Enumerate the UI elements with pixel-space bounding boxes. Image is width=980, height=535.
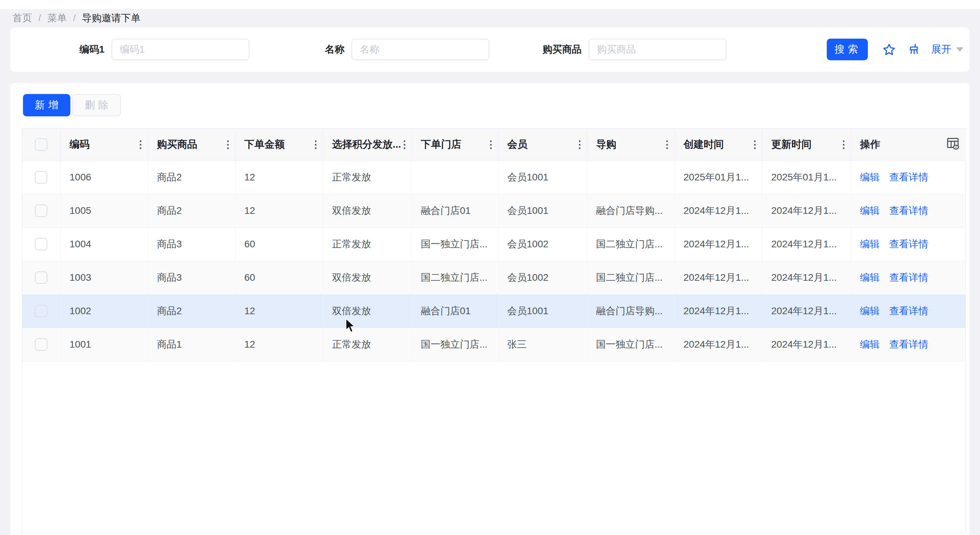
cell-guide: 融合门店导购... [587, 194, 674, 228]
cell-updated: 2025年01月1... [762, 161, 851, 194]
column-label-guide: 导购 [596, 139, 616, 150]
view-detail-link[interactable]: 查看详情 [889, 239, 929, 249]
column-header-product: 购买商品 [148, 129, 235, 161]
column-menu-icon[interactable] [315, 144, 317, 146]
view-detail-link[interactable]: 查看详情 [889, 172, 929, 183]
cell-amount: 12 [235, 161, 323, 194]
column-label-amount: 下单金额 [245, 139, 285, 150]
cell-actions: 编辑查看详情 [851, 328, 966, 361]
search-button[interactable]: 搜索 [827, 39, 868, 60]
column-header-created: 创建时间 [674, 129, 762, 161]
delete-button[interactable]: 删除 [72, 94, 121, 116]
row-checkbox-cell [22, 294, 60, 328]
breadcrumb-separator: / [38, 13, 41, 24]
cell-guide: 国一独立门店... [587, 328, 674, 361]
cell-created: 2024年12月1... [674, 294, 762, 328]
breadcrumb-separator: / [73, 13, 76, 24]
table-row-1006[interactable]: 1006商品212正常发放会员10012025年01月1...2025年01月1… [22, 161, 966, 194]
row-checkbox[interactable] [35, 171, 47, 183]
cell-member: 会员1001 [498, 161, 587, 194]
column-label-store: 下单门店 [421, 139, 461, 150]
product-label: 购买商品 [542, 43, 582, 56]
select-all-checkbox[interactable] [35, 138, 47, 151]
row-checkbox[interactable] [35, 305, 47, 317]
cell-actions: 编辑查看详情 [851, 294, 966, 328]
column-header-guide: 导购 [587, 129, 674, 161]
cell-created: 2024年12月1... [674, 328, 762, 361]
search-panel: 编码1 名称 购买商品 搜索 展开 [10, 27, 970, 72]
cell-updated: 2024年12月1... [762, 228, 851, 261]
cell-points: 双倍发放 [323, 194, 412, 228]
cell-guide: 国二独立门店... [587, 261, 674, 294]
column-menu-icon[interactable] [666, 144, 668, 146]
row-checkbox[interactable] [35, 271, 47, 284]
column-menu-icon[interactable] [227, 144, 229, 146]
edit-link[interactable]: 编辑 [860, 205, 880, 216]
cell-code: 1006 [60, 161, 148, 194]
code1-input[interactable] [111, 39, 249, 60]
row-checkbox-cell [22, 261, 60, 294]
add-button[interactable]: 新增 [23, 94, 70, 116]
row-checkbox[interactable] [35, 204, 47, 217]
column-settings-icon[interactable] [946, 137, 960, 152]
edit-link[interactable]: 编辑 [860, 172, 880, 183]
breadcrumb-home[interactable]: 首页 [13, 11, 32, 25]
column-menu-icon[interactable] [404, 144, 406, 146]
cell-store: 国一独立门店... [412, 328, 498, 361]
cell-created: 2024年12月1... [674, 228, 762, 261]
column-header-points: 选择积分发放... [323, 129, 412, 161]
row-checkbox-cell [22, 228, 60, 261]
cell-code: 1002 [60, 294, 148, 328]
table-row-1002[interactable]: 1002商品212双倍发放融合门店01会员1001融合门店导购...2024年1… [22, 294, 966, 328]
page: { "breadcrumb": { "items": ["首页", "菜单"],… [0, 0, 980, 535]
cell-created: 2024年12月1... [674, 261, 762, 294]
favorite-star-icon[interactable] [883, 43, 896, 56]
column-menu-icon[interactable] [754, 144, 756, 146]
name-input[interactable] [352, 39, 489, 60]
filter-group-code1: 编码1 [111, 39, 249, 60]
product-input[interactable] [589, 39, 727, 60]
table-row-1005[interactable]: 1005商品212双倍发放融合门店01会员1001融合门店导购...2024年1… [22, 194, 966, 228]
table-row-1003[interactable]: 1003商品360双倍发放国二独立门店...会员1002国二独立门店...202… [22, 261, 966, 294]
table-row-1004[interactable]: 1004商品360正常发放国一独立门店...会员1002国二独立门店...202… [22, 228, 966, 261]
column-label-points: 选择积分发放... [332, 139, 401, 150]
cell-updated: 2024年12月1... [762, 194, 851, 228]
cell-actions: 编辑查看详情 [851, 194, 966, 228]
name-label: 名称 [325, 43, 344, 56]
filter-group-product: 购买商品 [589, 39, 727, 60]
chevron-down-icon [956, 47, 963, 51]
row-checkbox[interactable] [35, 338, 47, 351]
clear-broom-icon[interactable] [908, 43, 921, 56]
column-label-product: 购买商品 [157, 139, 197, 150]
table-row-1001[interactable]: 1001商品112正常发放国一独立门店...张三国一独立门店...2024年12… [22, 328, 966, 361]
cell-product: 商品2 [148, 161, 235, 194]
table-container: 编码购买商品下单金额选择积分发放...下单门店会员导购创建时间更新时间操作 10… [22, 128, 966, 532]
edit-link[interactable]: 编辑 [860, 272, 880, 283]
cell-amount: 12 [235, 294, 323, 328]
view-detail-link[interactable]: 查看详情 [889, 339, 929, 350]
column-menu-icon[interactable] [490, 144, 492, 146]
cell-updated: 2024年12月1... [762, 294, 851, 328]
view-detail-link[interactable]: 查看详情 [889, 205, 929, 216]
breadcrumb-menu[interactable]: 菜单 [47, 11, 67, 25]
cell-updated: 2024年12月1... [762, 328, 851, 361]
view-detail-link[interactable]: 查看详情 [889, 272, 929, 283]
column-menu-icon[interactable] [140, 144, 142, 146]
column-header-member: 会员 [498, 129, 587, 161]
row-checkbox[interactable] [35, 238, 47, 250]
edit-link[interactable]: 编辑 [860, 339, 880, 350]
top-strip [0, 0, 980, 9]
filter-group-name: 名称 [352, 39, 489, 60]
column-menu-icon[interactable] [579, 144, 581, 146]
cell-amount: 60 [235, 261, 323, 294]
code1-label: 编码1 [80, 43, 105, 56]
view-detail-link[interactable]: 查看详情 [889, 306, 929, 316]
cell-amount: 60 [235, 228, 323, 261]
edit-link[interactable]: 编辑 [860, 239, 880, 249]
expand-toggle[interactable]: 展开 [931, 39, 963, 60]
column-label-actions: 操作 [860, 139, 880, 150]
cell-product: 商品3 [148, 261, 235, 294]
cell-guide: 国二独立门店... [587, 228, 674, 261]
edit-link[interactable]: 编辑 [860, 306, 880, 316]
column-menu-icon[interactable] [843, 144, 845, 146]
